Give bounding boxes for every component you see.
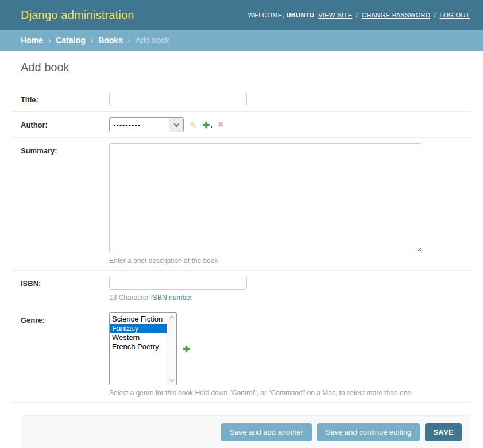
separator: /: [434, 11, 436, 18]
page-title: Add book: [21, 61, 471, 74]
breadcrumb-home[interactable]: Home: [21, 36, 43, 45]
breadcrumb-separator: ›: [91, 36, 94, 45]
submit-row: Save and add another Save and continue e…: [21, 415, 469, 448]
author-select-value: ---------: [110, 118, 169, 132]
genre-scrollbar[interactable]: [167, 313, 176, 385]
scroll-down-icon[interactable]: [169, 377, 174, 382]
form-row-isbn: ISBN: 13 Character ISBN number: [11, 271, 471, 307]
header: Django administration WELCOME, UBUNTU. V…: [0, 0, 483, 30]
view-site-link[interactable]: VIEW SITE: [318, 11, 352, 18]
scroll-up-icon[interactable]: [169, 316, 174, 320]
title-input[interactable]: [109, 92, 247, 106]
summary-label: Summary:: [21, 143, 109, 155]
breadcrumb-books[interactable]: Books: [98, 36, 123, 45]
period: .: [314, 11, 316, 18]
form-row-author: Author: --------- ✎ ✚ ✖: [11, 112, 471, 138]
isbn-label: ISBN:: [21, 276, 109, 288]
breadcrumb-current: Add book: [136, 36, 169, 45]
site-branding[interactable]: Django administration: [21, 9, 134, 22]
isbn-help-text: 13 Character ISBN number: [109, 293, 247, 302]
author-select[interactable]: ---------: [109, 117, 184, 132]
log-out-link[interactable]: LOG OUT: [440, 11, 470, 18]
genre-option[interactable]: Fantasy: [110, 324, 167, 333]
save-button[interactable]: SAVE: [425, 423, 462, 441]
breadcrumb-separator: ›: [128, 36, 131, 45]
save-and-add-another-button[interactable]: Save and add another: [221, 423, 312, 441]
save-and-continue-button[interactable]: Save and continue editing: [317, 423, 420, 441]
summary-textarea[interactable]: [109, 143, 422, 253]
genre-multiselect[interactable]: Science FictionFantasyWesternFrench Poet…: [109, 312, 177, 385]
isbn-help-prefix: 13 Character: [109, 293, 151, 302]
change-password-link[interactable]: CHANGE PASSWORD: [362, 11, 430, 18]
isbn-number-link[interactable]: ISBN number: [151, 293, 192, 302]
author-select-dropdown-button[interactable]: [169, 118, 183, 132]
genre-label: Genre:: [21, 312, 109, 325]
add-book-form: Title: Author: --------- ✎ ✚ ✖ Summary: …: [11, 87, 471, 403]
content: Add book Title: Author: --------- ✎ ✚ ✖ …: [0, 51, 483, 448]
breadcrumb: Home › Catalog › Books › Add book: [0, 30, 483, 51]
delete-author-icon[interactable]: ✖: [218, 121, 223, 128]
breadcrumb-catalog[interactable]: Catalog: [56, 36, 85, 45]
genre-option[interactable]: Western: [110, 333, 167, 342]
genre-help-text: Select a genre for this book Hold down "…: [109, 389, 413, 397]
user-tools: WELCOME, UBUNTU. VIEW SITE / CHANGE PASS…: [248, 11, 470, 18]
form-row-genre: Genre: Science FictionFantasyWesternFren…: [11, 307, 471, 403]
isbn-input[interactable]: [109, 276, 247, 290]
add-author-icon[interactable]: ✚: [203, 121, 210, 129]
genre-select-options: Science FictionFantasyWesternFrench Poet…: [110, 313, 167, 385]
welcome-text: WELCOME,: [248, 11, 284, 18]
genre-option[interactable]: French Poetry: [110, 342, 167, 352]
summary-help-text: Enter a brief description of the book: [109, 257, 422, 265]
title-label: Title:: [21, 92, 109, 104]
username: UBUNTU: [286, 11, 314, 18]
edit-author-icon[interactable]: ✎: [190, 121, 197, 129]
dot-artifact: [211, 126, 212, 128]
form-row-title: Title:: [11, 87, 471, 112]
form-row-summary: Summary: Enter a brief description of th…: [11, 138, 471, 271]
separator: /: [356, 11, 358, 18]
author-label: Author:: [21, 117, 109, 129]
add-genre-icon[interactable]: ✚: [183, 345, 190, 353]
genre-option[interactable]: Science Fiction: [110, 315, 167, 324]
chevron-down-icon: [173, 121, 179, 127]
breadcrumb-separator: ›: [48, 36, 51, 45]
